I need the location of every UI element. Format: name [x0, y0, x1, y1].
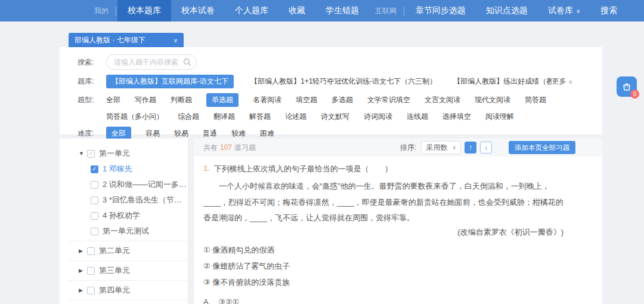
triangle-right-icon[interactable]: ▶	[79, 248, 87, 254]
unit-checkbox[interactable]: ✓	[87, 247, 95, 255]
results-header: 共有 107 道习题 排序: 采用数 ∨ ↑ ↓ 添加本页全部习题	[194, 139, 602, 156]
triangle-right-icon[interactable]: ▶	[79, 268, 87, 274]
lesson-checkbox[interactable]: ✓	[91, 165, 98, 173]
sort-ascending-button[interactable]: ↑	[465, 142, 476, 153]
tree-unit-2[interactable]: ▶ ✓ 第二单元	[60, 243, 188, 259]
unit-checkbox[interactable]: ✓	[87, 287, 95, 294]
difficulty-option[interactable]: 较难	[231, 128, 246, 139]
numbered-item: ① 像酒精勾兑的假酒	[203, 245, 564, 256]
nav-item-internet[interactable]: 互联网	[369, 0, 402, 22]
type-option[interactable]: 诗词阅读	[364, 112, 392, 122]
bank-option[interactable]: 【部编人教版】练出好成绩（教师用书）-语文七下	[453, 76, 552, 87]
sort-descending-button[interactable]: ↓	[480, 142, 492, 153]
type-option[interactable]: 判断题	[171, 95, 192, 105]
lesson-label: 4 孙权劝学	[103, 210, 140, 221]
bank-more-link[interactable]: 更多 ∨	[552, 76, 602, 87]
sort-select[interactable]: 采用数 ∨	[421, 141, 461, 154]
nav-item-knowledge-point[interactable]: 知识点选题	[476, 0, 538, 22]
tree-unit-3[interactable]: ▶ ✓ 第三单元	[60, 263, 188, 278]
chevron-down-icon: ∨	[568, 79, 572, 85]
type-option[interactable]: 选择填空	[442, 112, 471, 122]
nav-item-paper-library[interactable]: 试卷库 ∨	[538, 0, 590, 22]
type-option[interactable]: 翻译题	[213, 112, 235, 122]
question-basket-button[interactable]: 0	[617, 76, 637, 97]
chevron-down-icon: ∨	[174, 37, 178, 44]
type-option[interactable]: 名著阅读	[253, 95, 281, 105]
type-option-active[interactable]: 单选题	[206, 93, 239, 107]
difficulty-option[interactable]: 普通	[203, 128, 217, 139]
nav-divider	[404, 7, 404, 16]
lesson-checkbox[interactable]: ✓	[91, 212, 98, 220]
book-version-label: 部编人教版 · 七年级下	[75, 35, 145, 45]
question-options: A. ③②① B. ②①③ C. ①③②	[203, 297, 564, 304]
nav-item-school-question-bank[interactable]: 校本题库	[117, 0, 171, 22]
bank-option-active[interactable]: 【部编人教版】互联网题库-语文七下	[106, 75, 234, 88]
type-option[interactable]: 诗文默写	[321, 112, 349, 122]
tree-unit-4[interactable]: ▶ ✓ 第四单元	[60, 282, 188, 298]
type-option[interactable]: 文学常识填空	[367, 95, 410, 105]
nav-item-personal-bank[interactable]: 个人题库	[225, 0, 278, 22]
lesson-label: 2 说和做——记闻一多先生...	[103, 179, 188, 190]
difficulty-option[interactable]: 容易	[145, 128, 160, 139]
check-icon: ✓	[88, 248, 93, 254]
chevron-down-icon: ∨	[576, 8, 580, 14]
search-icon[interactable]	[183, 58, 191, 66]
type-option[interactable]: 论述题	[285, 112, 306, 122]
lesson-label: 3 *回忆鲁迅先生（节选）	[103, 195, 188, 205]
type-option[interactable]: 全部	[106, 95, 120, 105]
book-version-selector[interactable]: 部编人教版 · 七年级下 ∨	[69, 33, 184, 47]
unit-label: 第四单元	[99, 285, 130, 296]
unit-checkbox[interactable]: ✓	[87, 267, 95, 275]
tree-unit-1-test[interactable]: ✓ 第一单元测试	[60, 223, 188, 239]
triangle-right-icon[interactable]: ▶	[79, 287, 87, 293]
type-option[interactable]: 综合题	[178, 112, 199, 122]
option-a[interactable]: A. ③②①	[203, 297, 564, 304]
tree-lesson-shuohezuo[interactable]: ✓ 2 说和做——记闻一多先生...	[60, 177, 188, 192]
type-option[interactable]: 现代文阅读	[475, 95, 510, 105]
lesson-checkbox[interactable]: ✓	[91, 181, 98, 189]
type-row-2: 简答题（多小问） 综合题 翻译题 解答题 论述题 诗文默写 诗词阅读 连线题 选…	[78, 112, 602, 122]
nav-item-search[interactable]: 搜索	[590, 0, 627, 22]
tree-unit-1[interactable]: ▼ ✓ 第一单元	[60, 146, 188, 161]
type-option[interactable]: 文言文阅读	[425, 95, 460, 105]
type-option[interactable]: 多选题	[332, 95, 353, 105]
type-option[interactable]: 连线题	[407, 112, 428, 122]
nav-item-mine[interactable]: 我的	[88, 0, 114, 22]
count-suffix: 道习题	[234, 143, 256, 153]
type-items-2: 简答题（多小问） 综合题 翻译题 解答题 论述题 诗文默写 诗词阅读 连线题 选…	[106, 112, 514, 122]
type-option[interactable]: 写作题	[135, 95, 156, 105]
bank-row: 题库: 【部编人教版】互联网题库-语文七下 【部编人教版】1+1轻巧夺冠优化训练…	[78, 75, 602, 88]
more-label: 更多	[552, 76, 566, 87]
bank-option[interactable]: 【部编人教版】1+1轻巧夺冠优化训练-语文七下（六三制）	[250, 76, 436, 87]
question-number: 1.	[203, 164, 210, 174]
type-option[interactable]: 解答题	[249, 112, 271, 122]
count-prefix: 共有	[203, 143, 218, 153]
tree-lesson-huiyi-luxun[interactable]: ✓ 3 *回忆鲁迅先生（节选）	[60, 192, 188, 208]
question-list-panel: 共有 107 道习题 排序: 采用数 ∨ ↑ ↓ 添加本页全部习题 1. 下列横…	[194, 139, 602, 304]
difficulty-option[interactable]: 困难	[260, 128, 274, 139]
lesson-checkbox[interactable]: ✓	[91, 196, 98, 204]
nav-item-chapter-sync[interactable]: 章节同步选题	[405, 0, 476, 22]
type-option[interactable]: 阅读理解	[485, 112, 514, 122]
difficulty-option[interactable]: 较易	[174, 128, 188, 139]
type-option[interactable]: 填空题	[296, 95, 317, 105]
nav-item-favorites[interactable]: 收藏	[278, 0, 315, 22]
tree-lesson-dengjiaxian[interactable]: ✓ 1 邓稼先	[60, 161, 188, 177]
nav-divider	[116, 7, 116, 16]
lesson-label: 1 邓稼先	[103, 164, 132, 174]
unit-1-checkbox[interactable]: ✓	[87, 150, 95, 158]
nav-item-school-papers[interactable]: 校本试卷	[171, 0, 225, 22]
unit-label: 第三单元	[99, 265, 130, 276]
option-value: ③②①	[218, 297, 239, 304]
tree-lesson-sunquan[interactable]: ✓ 4 孙权劝学	[60, 208, 188, 223]
type-option[interactable]: 简答题	[525, 95, 546, 105]
check-icon: ✓	[92, 228, 97, 234]
add-page-questions-button[interactable]: 添加本页全部习题	[509, 141, 575, 154]
nav-item-student-errors[interactable]: 学生错题	[315, 0, 369, 22]
sort-label: 排序:	[400, 143, 416, 153]
check-icon: ✓	[88, 268, 93, 274]
question-body: 一个人小时候喜欢的味道，会“蛊惑”他的一生。最野蛮的要数夜来香了，白天倒温和，一…	[203, 179, 564, 226]
type-option[interactable]: 简答题（多小问）	[106, 112, 163, 122]
triangle-down-icon[interactable]: ▼	[79, 151, 87, 156]
lesson-checkbox[interactable]: ✓	[91, 228, 98, 235]
